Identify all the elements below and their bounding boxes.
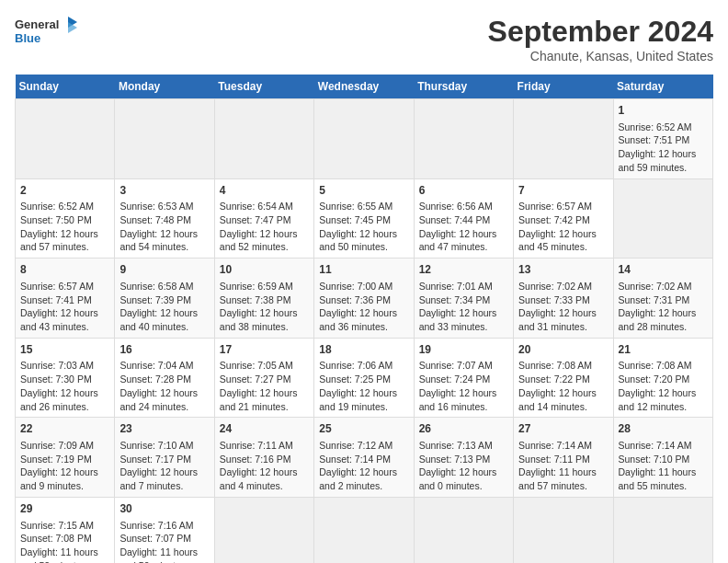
day-info: Sunrise: 7:16 AM Sunset: 7:07 PM Dayligh… [119, 519, 209, 563]
header-cell-tuesday: Tuesday [214, 75, 313, 99]
day-number: 12 [419, 262, 508, 278]
day-info: Sunrise: 6:52 AM Sunset: 7:50 PM Dayligh… [20, 200, 109, 254]
day-info: Sunrise: 7:06 AM Sunset: 7:25 PM Dayligh… [319, 359, 408, 413]
calendar-cell: 18Sunrise: 7:06 AM Sunset: 7:25 PM Dayli… [314, 338, 414, 418]
calendar-table: SundayMondayTuesdayWednesdayThursdayFrid… [15, 75, 713, 563]
calendar-cell: 25Sunrise: 7:12 AM Sunset: 7:14 PM Dayli… [314, 418, 414, 498]
calendar-cell: 16Sunrise: 7:04 AM Sunset: 7:28 PM Dayli… [115, 338, 214, 418]
calendar-cell [613, 497, 712, 563]
day-info: Sunrise: 7:05 AM Sunset: 7:27 PM Dayligh… [220, 359, 309, 413]
header-cell-friday: Friday [514, 75, 613, 99]
calendar-cell: 21Sunrise: 7:08 AM Sunset: 7:20 PM Dayli… [613, 338, 712, 418]
day-number: 21 [619, 342, 708, 358]
calendar-cell: 12Sunrise: 7:01 AM Sunset: 7:34 PM Dayli… [414, 259, 513, 339]
day-number: 14 [619, 262, 708, 278]
calendar-cell: 4Sunrise: 6:54 AM Sunset: 7:47 PM Daylig… [214, 178, 313, 259]
day-number: 24 [220, 421, 309, 437]
day-info: Sunrise: 6:53 AM Sunset: 7:48 PM Dayligh… [119, 200, 209, 254]
calendar-week-1: 1Sunrise: 6:52 AM Sunset: 7:51 PM Daylig… [16, 99, 713, 179]
calendar-cell: 20Sunrise: 7:08 AM Sunset: 7:22 PM Dayli… [514, 338, 613, 418]
calendar-cell: 13Sunrise: 7:02 AM Sunset: 7:33 PM Dayli… [514, 259, 613, 339]
day-number: 2 [20, 183, 109, 199]
calendar-cell: 22Sunrise: 7:09 AM Sunset: 7:19 PM Dayli… [16, 418, 115, 498]
header-cell-thursday: Thursday [414, 75, 513, 99]
day-number: 6 [419, 183, 508, 199]
day-info: Sunrise: 6:55 AM Sunset: 7:45 PM Dayligh… [319, 200, 408, 254]
calendar-cell: 23Sunrise: 7:10 AM Sunset: 7:17 PM Dayli… [115, 418, 214, 498]
day-info: Sunrise: 7:14 AM Sunset: 7:10 PM Dayligh… [619, 439, 708, 493]
header-cell-wednesday: Wednesday [314, 75, 414, 99]
calendar-cell: 26Sunrise: 7:13 AM Sunset: 7:13 PM Dayli… [414, 418, 513, 498]
calendar-cell: 7Sunrise: 6:57 AM Sunset: 7:42 PM Daylig… [514, 178, 613, 259]
day-info: Sunrise: 6:57 AM Sunset: 7:41 PM Dayligh… [20, 280, 109, 334]
day-number: 16 [119, 342, 209, 358]
day-info: Sunrise: 7:11 AM Sunset: 7:16 PM Dayligh… [220, 439, 309, 493]
day-number: 20 [518, 342, 608, 358]
calendar-cell: 14Sunrise: 7:02 AM Sunset: 7:31 PM Dayli… [613, 259, 712, 339]
day-number: 11 [319, 262, 408, 278]
day-number: 3 [119, 183, 209, 199]
day-info: Sunrise: 6:56 AM Sunset: 7:44 PM Dayligh… [419, 200, 508, 254]
title-block: September 2024 Chanute, Kansas, United S… [488, 15, 713, 63]
page-subtitle: Chanute, Kansas, United States [488, 49, 713, 63]
calendar-cell: 6Sunrise: 6:56 AM Sunset: 7:44 PM Daylig… [414, 178, 513, 259]
logo-svg: General Blue [15, 15, 79, 48]
day-number: 22 [20, 421, 109, 437]
day-info: Sunrise: 7:14 AM Sunset: 7:11 PM Dayligh… [518, 439, 608, 493]
day-info: Sunrise: 7:09 AM Sunset: 7:19 PM Dayligh… [20, 439, 109, 493]
day-info: Sunrise: 6:54 AM Sunset: 7:47 PM Dayligh… [220, 200, 309, 254]
day-info: Sunrise: 7:03 AM Sunset: 7:30 PM Dayligh… [20, 359, 109, 413]
day-number: 28 [619, 421, 708, 437]
calendar-week-5: 22Sunrise: 7:09 AM Sunset: 7:19 PM Dayli… [16, 418, 713, 498]
calendar-cell: 3Sunrise: 6:53 AM Sunset: 7:48 PM Daylig… [115, 178, 214, 259]
day-number: 30 [119, 501, 209, 517]
calendar-week-4: 15Sunrise: 7:03 AM Sunset: 7:30 PM Dayli… [16, 338, 713, 418]
header-row: SundayMondayTuesdayWednesdayThursdayFrid… [16, 75, 713, 99]
day-info: Sunrise: 7:02 AM Sunset: 7:33 PM Dayligh… [518, 280, 608, 334]
day-number: 9 [119, 262, 209, 278]
day-number: 10 [220, 262, 309, 278]
day-number: 18 [319, 342, 408, 358]
day-info: Sunrise: 7:00 AM Sunset: 7:36 PM Dayligh… [319, 280, 408, 334]
calendar-week-6: 29Sunrise: 7:15 AM Sunset: 7:08 PM Dayli… [16, 497, 713, 563]
calendar-cell: 17Sunrise: 7:05 AM Sunset: 7:27 PM Dayli… [214, 338, 313, 418]
day-number: 7 [518, 183, 608, 199]
day-info: Sunrise: 7:01 AM Sunset: 7:34 PM Dayligh… [419, 280, 508, 334]
day-number: 27 [518, 421, 608, 437]
svg-text:Blue: Blue [15, 31, 40, 45]
calendar-cell: 15Sunrise: 7:03 AM Sunset: 7:30 PM Dayli… [16, 338, 115, 418]
day-number: 1 [619, 103, 708, 119]
page-header: General Blue September 2024 Chanute, Kan… [15, 15, 713, 63]
day-number: 29 [20, 501, 109, 517]
calendar-cell [414, 497, 513, 563]
day-info: Sunrise: 7:08 AM Sunset: 7:22 PM Dayligh… [518, 359, 608, 413]
calendar-cell: 24Sunrise: 7:11 AM Sunset: 7:16 PM Dayli… [214, 418, 313, 498]
calendar-cell [414, 99, 513, 179]
calendar-cell [613, 178, 712, 259]
calendar-cell [514, 497, 613, 563]
header-cell-sunday: Sunday [16, 75, 115, 99]
calendar-cell [314, 497, 414, 563]
calendar-cell: 5Sunrise: 6:55 AM Sunset: 7:45 PM Daylig… [314, 178, 414, 259]
day-info: Sunrise: 7:08 AM Sunset: 7:20 PM Dayligh… [619, 359, 708, 413]
calendar-cell: 9Sunrise: 6:58 AM Sunset: 7:39 PM Daylig… [115, 259, 214, 339]
day-info: Sunrise: 7:15 AM Sunset: 7:08 PM Dayligh… [20, 519, 109, 563]
calendar-cell: 28Sunrise: 7:14 AM Sunset: 7:10 PM Dayli… [613, 418, 712, 498]
day-number: 4 [220, 183, 309, 199]
day-info: Sunrise: 6:59 AM Sunset: 7:38 PM Dayligh… [220, 280, 309, 334]
day-number: 19 [419, 342, 508, 358]
page-title: September 2024 [488, 15, 713, 49]
svg-text:General: General [15, 17, 59, 31]
calendar-cell [16, 99, 115, 179]
calendar-cell: 19Sunrise: 7:07 AM Sunset: 7:24 PM Dayli… [414, 338, 513, 418]
calendar-cell [115, 99, 214, 179]
calendar-cell [214, 99, 313, 179]
day-number: 13 [518, 262, 608, 278]
calendar-cell [214, 497, 313, 563]
calendar-cell: 10Sunrise: 6:59 AM Sunset: 7:38 PM Dayli… [214, 259, 313, 339]
calendar-cell: 30Sunrise: 7:16 AM Sunset: 7:07 PM Dayli… [115, 497, 214, 563]
calendar-cell: 27Sunrise: 7:14 AM Sunset: 7:11 PM Dayli… [514, 418, 613, 498]
day-info: Sunrise: 7:04 AM Sunset: 7:28 PM Dayligh… [119, 359, 209, 413]
day-number: 17 [220, 342, 309, 358]
day-info: Sunrise: 6:57 AM Sunset: 7:42 PM Dayligh… [518, 200, 608, 254]
